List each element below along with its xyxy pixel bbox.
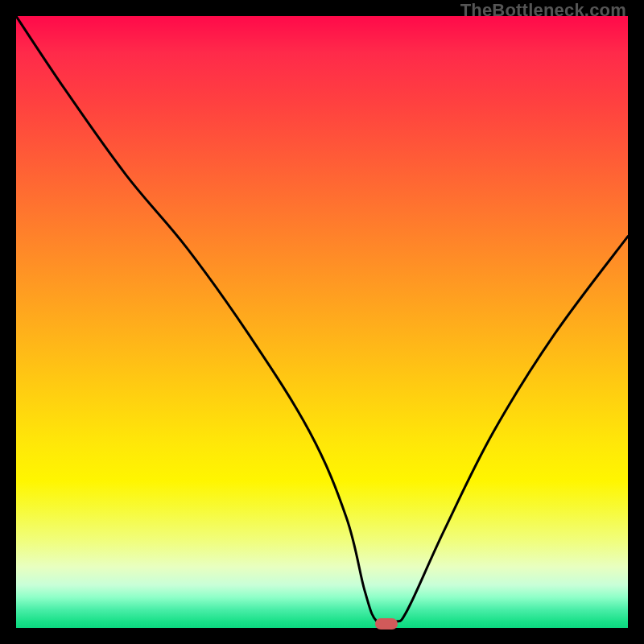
plot-area [16, 16, 628, 628]
chart-container: TheBottleneck.com [0, 0, 644, 644]
bottleneck-curve [16, 16, 628, 628]
optimal-point-marker [375, 618, 398, 630]
attribution-text: TheBottleneck.com [460, 0, 626, 21]
